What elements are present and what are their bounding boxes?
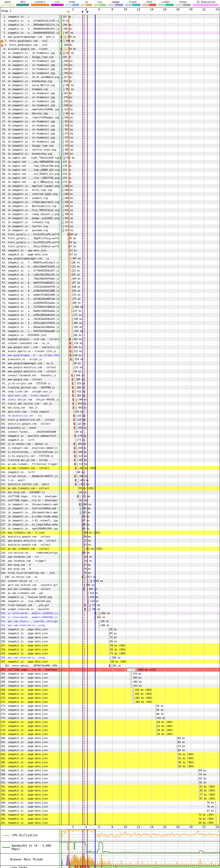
request-row[interactable]: 30. ik.imagekit.io - ik-thumbnail.jpg371… <box>0 132 220 135</box>
request-bar[interactable] <box>69 257 71 260</box>
request-row[interactable]: 71. imagekit.io - 2...1bfa62eded0b7a0.js… <box>0 297 220 301</box>
request-bar[interactable] <box>71 326 73 329</box>
request-row[interactable]: 115. script.hotjar....96a0ec6cfd03f7c.js… <box>0 474 220 478</box>
request-row[interactable]: 169. imagekit.io - page-data.json432 ms … <box>0 692 220 696</box>
request-label[interactable]: 187. imagekit.io - page-data.json <box>0 765 59 768</box>
request-bar[interactable] <box>61 136 64 139</box>
request-row[interactable]: 5. imagekit.io - a...b04d0b9d05055a7.js5… <box>0 31 220 35</box>
request-row[interactable]: 35. ik.imagekit.io - bookmyshow.svg341 m… <box>0 152 220 156</box>
request-bar[interactable] <box>98 620 100 623</box>
request-bar[interactable] <box>127 669 137 671</box>
request-bar[interactable] <box>61 168 62 171</box>
request-label[interactable]: 50. ik.imagekit.io...ready_eVyJexl_y.png <box>0 212 59 216</box>
request-row[interactable]: 117. analytics.twitter.com - adsct491 ms <box>0 482 220 486</box>
request-row[interactable]: 52. ik.imagekit.io - linkedin.svg310 ms <box>0 220 220 224</box>
request-row[interactable]: 163. o1277188.inges...try.io - envelope/… <box>0 668 220 672</box>
request-bar[interactable] <box>62 185 63 187</box>
request-label[interactable]: 182. imagekit.io - page-data.json <box>0 744 59 748</box>
request-row[interactable]: 183. imagekit.io - page-data.json86 ms <box>0 748 220 752</box>
request-label[interactable]: 9. accounts.google.com - client <box>0 47 59 51</box>
request-row[interactable]: 85. www.googletagma...m - sw_iframe.html… <box>0 353 220 357</box>
request-bar[interactable] <box>62 229 64 231</box>
request-row[interactable]: ⚠ 140. ws.hotjar.com - ws517 ms <box>0 575 220 579</box>
request-row[interactable]: 2. imagekit.io - w...bf18b6412dc3c96.js7… <box>0 19 220 23</box>
request-row[interactable]: 32. ik.imagekit.io - ik-thumbnail.jpg393… <box>0 140 220 144</box>
request-label[interactable]: 191. imagekit.io - page-data.json <box>0 780 59 784</box>
request-bar[interactable] <box>61 164 62 167</box>
request-bar[interactable] <box>215 801 216 804</box>
request-label[interactable]: 68. imagekit.io - 6...723132eb83d9f99.js <box>0 285 59 289</box>
request-label[interactable]: 110. js.hs-analytics.net - 5757538.js <box>0 454 59 458</box>
request-bar[interactable] <box>109 656 111 659</box>
request-row[interactable]: 92. js.hs-scripts.com - 5757538.js378 ms <box>0 381 220 385</box>
request-bar[interactable] <box>61 181 63 183</box>
request-bar[interactable] <box>74 431 75 433</box>
request-label[interactable]: 106. imagekit.io - csrf/ <box>0 438 59 442</box>
request-row[interactable]: 113. px.ads.linkedin.com - collect303 ms… <box>0 466 220 470</box>
request-label[interactable]: 167. imagekit.io - page-data.json <box>0 684 59 688</box>
request-row[interactable]: 147. track.hubspot.com - __ptq.gif775 ms <box>0 603 220 607</box>
request-row[interactable]: 65. imagekit.io - 4...ce82c8d210b2c4a.js… <box>0 273 220 277</box>
request-row[interactable]: 27. ik.imagekit.io - ik-thumbnail.jpg352… <box>0 120 220 124</box>
request-row[interactable]: 81. pagead2.googles...tion.com - collect… <box>0 337 220 341</box>
request-row[interactable]: ✕ 8. fonts.googleapis.com - css2286 ms <box>0 43 220 47</box>
request-bar[interactable] <box>61 40 65 42</box>
request-bar[interactable] <box>197 777 199 780</box>
request-label[interactable]: 100. td.doubleclick.net - rul <box>0 414 59 418</box>
request-label[interactable]: ✕ 8. fonts.googleapis.com - css2 <box>0 43 59 47</box>
request-bar[interactable] <box>77 495 81 498</box>
request-label[interactable]: 141. content.hotjar.io - / <box>0 579 59 583</box>
request-bar[interactable] <box>68 249 70 252</box>
request-row[interactable]: 15. ik.imagekit.io - ik-thumbnail.jpg355… <box>0 71 220 75</box>
request-bar[interactable] <box>70 298 71 300</box>
request-label[interactable]: 32. ik.imagekit.io - ik-thumbnail.jpg <box>0 140 59 144</box>
request-bar[interactable] <box>155 721 157 723</box>
request-bar[interactable] <box>62 88 64 91</box>
request-bar[interactable] <box>81 519 82 522</box>
request-bar[interactable] <box>177 761 178 764</box>
request-row[interactable]: 195. imagekit.io - page-data.json67 ms (… <box>0 797 220 801</box>
request-label[interactable]: 119. bat.bing.com - 52016667.js <box>0 490 59 494</box>
request-bar[interactable] <box>79 511 81 514</box>
request-bar[interactable] <box>60 156 65 159</box>
request-bar[interactable] <box>70 261 71 264</box>
request-row[interactable]: 40. ik.imgkit.net -...ild_35UAV1_zCJ.png… <box>0 172 220 176</box>
request-bar[interactable] <box>84 604 90 607</box>
request-bar[interactable] <box>198 785 199 788</box>
request-label[interactable]: 67. imagekit.io - 0...de0fd7d1a86a02f.js <box>0 281 59 285</box>
request-bar[interactable] <box>83 584 85 586</box>
request-bar[interactable] <box>74 443 77 445</box>
request-label[interactable]: 2. imagekit.io - w...bf18b6412dc3c96.js <box>0 19 59 23</box>
request-row[interactable]: 46. ik.imagekit.io - Leader1.svg289 ms <box>0 196 220 200</box>
request-bar[interactable] <box>177 753 178 755</box>
request-row[interactable]: 34. ik.imagekit.io - saffron_stays.png38… <box>0 148 220 152</box>
request-row[interactable]: 73. imagekit.io - 3...fc57504af240b19.js… <box>0 305 220 309</box>
request-bar[interactable] <box>74 435 77 437</box>
request-bar[interactable] <box>108 628 110 631</box>
request-label[interactable]: 36. ik.imgkit.net - light_T4buIzohVH.svg <box>0 156 59 160</box>
request-bar[interactable] <box>74 475 78 477</box>
request-row[interactable]: 198. imagekit.io - page-data.json87 ms <box>0 809 220 813</box>
request-bar[interactable] <box>72 390 76 393</box>
request-row[interactable]: 144. px.ads.linkedin.com - wa/316 ms <box>0 591 220 595</box>
request-bar[interactable] <box>61 56 62 58</box>
request-row[interactable]: 67. imagekit.io - 0...de0fd7d1a86a02f.js… <box>0 281 220 285</box>
request-row[interactable]: 62. imagekit.io - f...69897bce02cbec3.js… <box>0 260 220 265</box>
request-label[interactable]: 101. stats.g.doubleclick.net - collect <box>0 418 59 422</box>
request-label[interactable]: 99. aplo-evnt.com - track_request <box>0 410 59 414</box>
request-label[interactable]: 89. www.google-analytics.com - collect <box>0 369 59 373</box>
request-label[interactable]: 115. script.hotjar....96a0ec6cfd03f7c.js <box>0 474 59 478</box>
request-bar[interactable] <box>75 439 76 441</box>
request-bar[interactable] <box>82 576 86 578</box>
request-label[interactable]: 33. ik.imagekit.io - Swiggy_logo.svg <box>0 144 59 148</box>
request-bar[interactable] <box>87 600 89 602</box>
request-bar[interactable] <box>70 289 71 292</box>
request-bar[interactable] <box>67 237 69 240</box>
request-bar[interactable] <box>70 265 71 268</box>
request-bar[interactable] <box>61 48 67 50</box>
request-label[interactable]: 171. imagekit.io - page-data.json <box>0 700 59 704</box>
request-label[interactable]: 66. imagekit.io - 7...79be396b50f994e.js <box>0 277 59 281</box>
request-row[interactable]: 78. imagekit.io - 5...b8aae2b2e98a0a2.js… <box>0 325 220 329</box>
request-row[interactable]: 80. imagekit.io - 63159454.json196 ms <box>0 333 220 337</box>
request-bar[interactable] <box>62 221 64 224</box>
